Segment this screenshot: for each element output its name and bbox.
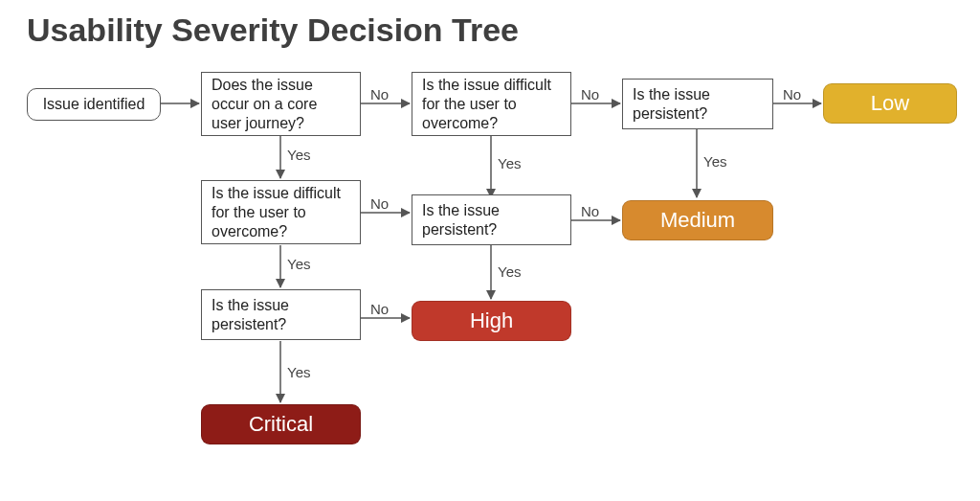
node-q-diff-top-label: Is the issue difficult for the user to o…: [422, 76, 561, 133]
node-start: Issue identified: [27, 88, 161, 121]
node-q-diff-left: Is the issue difficult for the user to o…: [201, 180, 361, 244]
result-low: Low: [823, 83, 957, 124]
node-q-core: Does the issue occur on a core user jour…: [201, 72, 361, 136]
label-qpersisttop-no: No: [783, 86, 801, 102]
node-q-persist-left-label: Is the issue persistent?: [212, 296, 350, 334]
node-q-persist-mid-label: Is the issue persistent?: [422, 201, 561, 239]
result-medium: Medium: [622, 200, 773, 240]
node-q-diff-top: Is the issue difficult for the user to o…: [412, 72, 571, 136]
node-q-persist-mid: Is the issue persistent?: [412, 194, 571, 245]
label-qcore-no: No: [370, 86, 389, 102]
result-low-label: Low: [871, 91, 909, 116]
node-start-label: Issue identified: [43, 95, 145, 114]
label-qpersistleft-yes: Yes: [287, 364, 310, 380]
result-high-label: High: [470, 308, 513, 333]
node-q-persist-left: Is the issue persistent?: [201, 289, 361, 340]
node-q-persist-top-label: Is the issue persistent?: [633, 85, 763, 124]
result-medium-label: Medium: [660, 208, 735, 233]
node-q-core-label: Does the issue occur on a core user jour…: [212, 76, 350, 133]
node-q-persist-top: Is the issue persistent?: [622, 79, 773, 129]
label-qpersisttop-yes: Yes: [703, 153, 726, 170]
label-qcore-yes: Yes: [287, 147, 310, 163]
label-qpersistleft-no: No: [370, 301, 389, 317]
node-q-diff-left-label: Is the issue difficult for the user to o…: [212, 184, 350, 241]
label-qdifftop-yes: Yes: [498, 155, 521, 171]
result-critical: Critical: [201, 404, 361, 444]
result-critical-label: Critical: [249, 412, 313, 437]
label-qpersistmid-no: No: [581, 203, 599, 219]
label-qdifftop-no: No: [581, 86, 599, 102]
label-qpersistmid-yes: Yes: [498, 263, 521, 280]
label-qdiffleft-no: No: [370, 195, 389, 212]
label-qdiffleft-yes: Yes: [287, 256, 310, 272]
result-high: High: [412, 301, 571, 341]
